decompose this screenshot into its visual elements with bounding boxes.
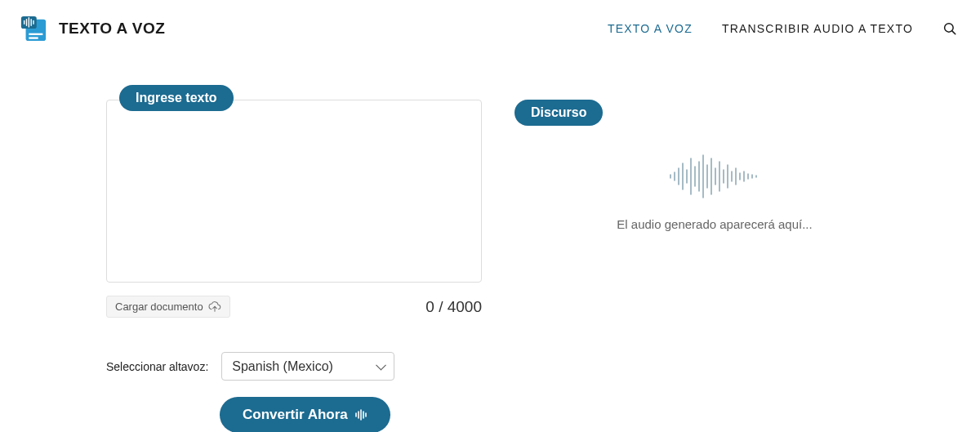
speaker-select-wrap: Spanish (Mexico) xyxy=(221,352,394,381)
search-icon xyxy=(942,21,957,36)
svg-rect-2 xyxy=(29,37,38,38)
convert-button[interactable]: Convertir Ahora xyxy=(220,397,390,432)
input-pill: Ingrese texto xyxy=(119,85,234,111)
svg-rect-1 xyxy=(29,33,42,35)
nav-link-tts[interactable]: TEXTO A VOZ xyxy=(608,22,693,35)
convert-label: Convertir Ahora xyxy=(243,407,348,423)
svg-line-10 xyxy=(952,31,956,34)
app-logo-icon xyxy=(18,15,49,42)
main: Ingrese texto Cargar documento 0 / 4000 … xyxy=(0,57,980,432)
search-button[interactable] xyxy=(942,21,957,36)
text-input[interactable] xyxy=(106,100,482,283)
waveform-placeholder-icon xyxy=(666,150,764,203)
char-counter: 0 / 4000 xyxy=(425,298,482,316)
soundwave-icon xyxy=(354,409,368,421)
header: TEXTO A VOZ TEXTO A VOZ TRANSCRIBIR AUDI… xyxy=(0,0,980,57)
upload-document-button[interactable]: Cargar documento xyxy=(106,296,230,318)
cloud-upload-icon xyxy=(208,301,221,313)
output-placeholder: El audio generado aparecerá aquí... xyxy=(617,217,812,231)
speaker-row: Seleccionar altavoz: Spanish (Mexico) xyxy=(106,352,482,381)
nav-link-stt[interactable]: TRANSCRIBIR AUDIO A TEXTO xyxy=(722,22,913,35)
nav: TEXTO A VOZ TRANSCRIBIR AUDIO A TEXTO xyxy=(608,21,957,36)
brand[interactable]: TEXTO A VOZ xyxy=(18,15,165,42)
output-area: El audio generado aparecerá aquí... xyxy=(514,134,915,231)
input-panel: Ingrese texto Cargar documento 0 / 4000 … xyxy=(106,100,482,432)
speaker-label: Seleccionar altavoz: xyxy=(106,360,208,373)
speaker-select[interactable]: Spanish (Mexico) xyxy=(221,352,394,381)
input-footer: Cargar documento 0 / 4000 xyxy=(106,296,482,318)
output-pill: Discurso xyxy=(514,100,603,126)
brand-title: TEXTO A VOZ xyxy=(59,20,165,38)
upload-label: Cargar documento xyxy=(115,301,203,313)
output-panel: Discurso xyxy=(514,100,915,432)
